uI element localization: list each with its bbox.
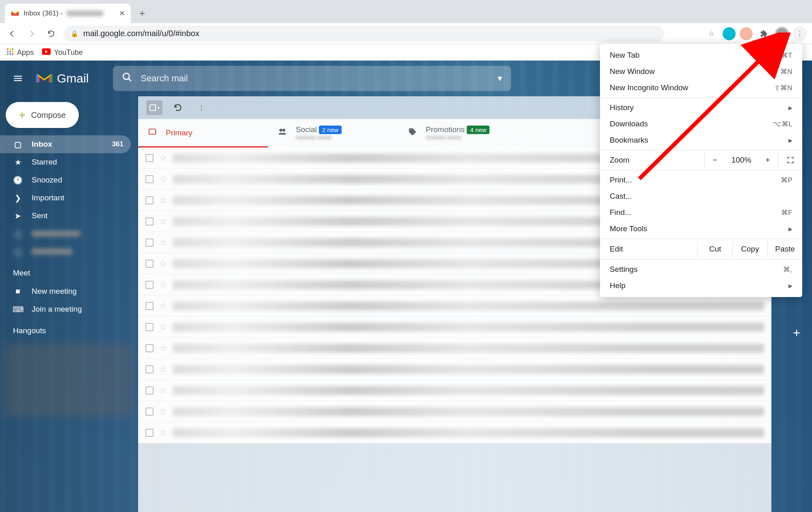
gmail-logo-text: Gmail [57,72,89,85]
menu-more-tools[interactable]: More Tools▶ [600,221,802,237]
compose-button[interactable]: + Compose [6,102,79,128]
youtube-bookmark[interactable]: YouTube [42,48,83,57]
clock-icon: 🕐 [13,176,23,185]
row-checkbox[interactable] [145,260,154,268]
gmail-logo[interactable]: Gmail [36,72,89,85]
apps-shortcut[interactable]: Apps [6,48,34,57]
edit-cut[interactable]: Cut [697,241,732,258]
select-all-checkbox[interactable]: ▾ [146,100,162,115]
star-icon[interactable]: ☆ [159,364,167,375]
new-meeting[interactable]: ■New meeting [0,282,131,300]
row-checkbox[interactable] [145,365,154,373]
row-checkbox[interactable] [145,281,154,289]
edit-copy[interactable]: Copy [732,241,767,258]
svg-point-5 [12,51,13,52]
address-bar[interactable]: 🔒 mail.google.com/mail/u/0/#inbox [63,26,665,42]
star-icon[interactable]: ☆ [159,153,167,163]
star-icon[interactable]: ☆ [159,343,167,354]
star-icon[interactable]: ☆ [159,195,167,206]
join-meeting[interactable]: ⌨Join a meeting [0,300,131,318]
star-icon[interactable]: ☆ [159,385,167,396]
star-icon[interactable]: ☆ [159,258,167,269]
new-tab-button[interactable]: + [134,5,150,22]
sidebar-item-snoozed[interactable]: 🕐Snoozed [0,171,131,189]
important-label: Important [32,193,64,202]
row-checkbox[interactable] [145,302,154,310]
zoom-out-button[interactable]: − [705,156,725,165]
search-input[interactable] [141,73,489,84]
menu-new-window[interactable]: New Window⌘N [600,63,802,80]
star-icon[interactable]: ☆ [159,427,167,438]
search-mail[interactable]: ▾ [113,66,511,91]
extension-icon[interactable] [740,27,753,40]
mail-row[interactable]: ☆ [138,380,771,401]
menu-bookmarks[interactable]: Bookmarks▶ [600,132,802,148]
extension-grammarly-icon[interactable] [723,27,736,40]
svg-point-0 [7,48,9,50]
add-on-plus-icon[interactable]: + [787,323,806,343]
menu-label: Cast... [610,192,632,201]
star-icon: ★ [13,158,23,167]
menu-incognito[interactable]: New Incognito Window⇧⌘N [600,80,802,96]
zoom-in-button[interactable]: + [758,156,778,165]
edit-paste[interactable]: Paste [767,241,802,258]
row-checkbox[interactable] [145,154,154,162]
star-icon[interactable]: ☆ [159,301,167,311]
menu-separator [600,150,802,150]
row-checkbox[interactable] [145,196,154,204]
fullscreen-button[interactable] [778,152,802,168]
tab-promotions[interactable]: Promotions 4 new xxxxxxx xxxxx [398,119,528,148]
more-actions-icon[interactable]: ⋮ [193,100,210,116]
star-icon[interactable]: ☆ [159,406,167,417]
profile-avatar[interactable] [775,27,788,40]
chrome-menu-button[interactable]: ⋮ [793,26,807,41]
forward-button[interactable] [24,26,39,41]
menu-downloads[interactable]: Downloads⌥⌘L [600,116,802,132]
extensions-puzzle-icon[interactable] [757,26,771,41]
menu-history[interactable]: History▶ [600,100,802,116]
row-checkbox[interactable] [145,429,154,437]
menu-new-tab[interactable]: New Tab⌘T [600,47,802,63]
menu-find[interactable]: Find...⌘F [600,204,802,221]
tab-social[interactable]: Social 2 new xxxxxxx xxxxx [268,119,398,148]
sidebar-item-redacted[interactable]: ▢ [0,243,131,260]
mail-row[interactable]: ☆ [138,317,771,338]
row-checkbox[interactable] [145,239,154,247]
row-checkbox[interactable] [145,344,154,352]
sidebar-item-starred[interactable]: ★Starred [0,153,131,171]
sidebar-item-important[interactable]: ❯Important [0,189,131,207]
sidebar-item-redacted[interactable]: ▢ [0,225,131,243]
refresh-button[interactable] [170,100,186,116]
row-content-redacted [173,428,764,437]
star-icon[interactable]: ☆ [159,280,167,290]
star-icon[interactable]: ☆ [159,322,167,332]
bookmark-star-icon[interactable]: ☆ [704,26,719,41]
star-icon[interactable]: ☆ [159,237,167,248]
star-icon[interactable]: ☆ [159,174,167,184]
menu-print[interactable]: Print...⌘P [600,172,802,188]
row-checkbox[interactable] [145,386,154,395]
row-checkbox[interactable] [145,408,154,416]
mail-row[interactable]: ☆ [138,401,771,422]
row-checkbox[interactable] [145,323,154,331]
row-checkbox[interactable] [145,217,154,226]
menu-help[interactable]: Help▶ [600,278,802,294]
row-checkbox[interactable] [145,175,154,183]
sidebar-item-sent[interactable]: ➤Sent [0,207,131,225]
tab-primary[interactable]: Primary [138,119,268,148]
back-button[interactable] [5,26,19,41]
mail-row[interactable]: ☆ [138,359,771,380]
search-options-icon[interactable]: ▾ [498,73,502,84]
star-icon[interactable]: ☆ [159,216,167,227]
menu-shortcut: ⇧⌘N [774,84,793,92]
browser-tab[interactable]: Inbox (361) - ✕ [5,4,131,23]
sidebar-item-inbox[interactable]: ▢ Inbox 361 [0,135,131,153]
reload-button[interactable] [44,26,58,41]
mail-row[interactable]: ☆ [138,295,771,317]
main-menu-icon[interactable] [8,69,28,88]
mail-row[interactable]: ☆ [138,422,771,443]
menu-settings[interactable]: Settings⌘, [600,261,802,278]
mail-row[interactable]: ☆ [138,338,771,359]
menu-cast[interactable]: Cast... [600,188,802,204]
close-tab-icon[interactable]: ✕ [119,9,125,18]
